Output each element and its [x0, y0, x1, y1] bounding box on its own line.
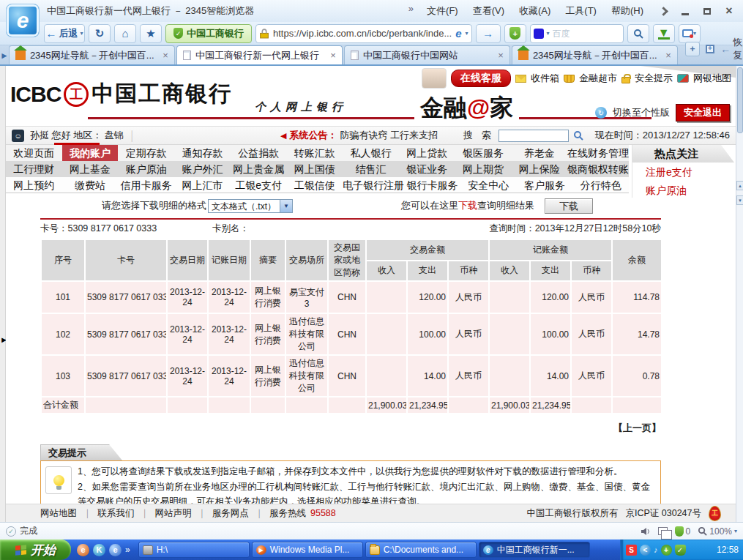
ie-engine-icon[interactable]: e	[455, 27, 461, 40]
tab-close-icon[interactable]: ×	[498, 50, 504, 61]
footer-link-联系我们[interactable]: 联系我们	[97, 508, 134, 518]
tab-3[interactable]: 2345网址导航－开创中国百...×	[512, 45, 678, 64]
nav-item-在线财务管理[interactable]: 在线财务管理	[567, 145, 629, 161]
back-dropdown-icon[interactable]: ▾	[80, 30, 83, 37]
refresh-button[interactable]: ↻	[89, 24, 111, 43]
tray-sogou-icon[interactable]: S	[626, 545, 637, 556]
nav-item-工银e支付[interactable]: 工银e支付	[231, 177, 287, 193]
minimize-button[interactable]	[676, 4, 695, 18]
hot-link-0[interactable]: 注册e支付	[632, 163, 734, 181]
bank-map-link[interactable]: 网银地图	[693, 72, 731, 85]
footer-link-网站地图[interactable]: 网站地图	[40, 508, 77, 518]
quicklaunch-k-icon[interactable]: K	[93, 544, 105, 556]
safety-tip-link[interactable]: 安全提示	[635, 72, 673, 85]
browser-logo-icon[interactable]: e	[6, 4, 40, 37]
mute-icon[interactable]	[641, 527, 651, 536]
nav-item-我的账户[interactable]: 我的账户	[62, 145, 119, 161]
tab-list-icon[interactable]	[706, 45, 714, 53]
site-search-input[interactable]	[499, 130, 569, 142]
nav-item-银证业务[interactable]: 银证业务	[399, 161, 455, 177]
close-button[interactable]: ×	[720, 4, 739, 18]
footer-link-服务网点[interactable]: 服务网点	[212, 508, 249, 518]
menu-item-3[interactable]: 工具(T)	[559, 3, 602, 19]
nav-item-结售汇[interactable]: 结售汇	[343, 161, 399, 177]
restore-tab-button[interactable]: ← 恢复	[720, 36, 743, 62]
start-button[interactable]: 开始	[0, 540, 71, 560]
zoom-dropdown-icon[interactable]: ▾	[734, 528, 737, 534]
home-button[interactable]: ⌂	[114, 24, 136, 43]
menu-overflow-icon[interactable]: »	[408, 3, 414, 19]
download-manager-button[interactable]: ▼	[653, 24, 675, 43]
logout-button[interactable]: 安全退出	[676, 104, 730, 122]
nav-item-银医服务[interactable]: 银医服务	[455, 145, 512, 161]
new-tab-button[interactable]: +	[685, 42, 700, 56]
nav-item-通知存款[interactable]: 通知存款	[174, 145, 231, 161]
tray-back-icon[interactable]: <	[640, 545, 651, 556]
sidebar-collapse-strip[interactable]: ►	[0, 66, 6, 522]
address-bar[interactable]: https://vip.icbc.com.cn/icbc/perbank/ind…	[255, 24, 472, 43]
taskbar-window-0[interactable]: H:\	[138, 542, 250, 558]
nav-item-银行卡服务[interactable]: 银行卡服务	[404, 177, 460, 193]
site-identity-badge[interactable]: ✓ 中国工商银行	[165, 24, 252, 43]
nav-item-私人银行[interactable]: 私人银行	[343, 145, 399, 161]
nav-item-缴费站[interactable]: 缴费站	[62, 177, 119, 193]
tray-health-icon[interactable]: +	[661, 545, 672, 556]
vertical-scrollbar[interactable]: ▲ ▼	[736, 66, 743, 522]
restore-window-button[interactable]	[698, 4, 717, 18]
quicklaunch-e-icon[interactable]: e	[109, 544, 122, 556]
icp-badge-icon[interactable]: 工	[709, 506, 721, 521]
prev-page-link[interactable]: 【上一页】	[40, 422, 661, 435]
tab-2[interactable]: 中国工商银行中国网站×	[344, 45, 510, 64]
select-caret-icon[interactable]: ▼	[280, 200, 292, 212]
taskbar-window-1[interactable]: ▶Windows Media Pl...	[252, 542, 363, 558]
menu-item-1[interactable]: 查看(V)	[467, 3, 510, 19]
menu-item-2[interactable]: 收藏(A)	[513, 3, 556, 19]
nav-item-信用卡服务[interactable]: 信用卡服务	[118, 177, 174, 193]
nav-item-公益捐款[interactable]: 公益捐款	[231, 145, 287, 161]
nav-item-网上预约[interactable]: 网上预约	[6, 177, 62, 193]
menu-item-4[interactable]: 帮助(H)	[605, 3, 649, 19]
tab-close-icon[interactable]: ×	[665, 50, 671, 61]
frames-icon[interactable]	[658, 527, 668, 535]
download-button[interactable]: 下载	[545, 198, 593, 214]
nav-item-网上国债[interactable]: 网上国债	[287, 161, 343, 177]
nav-item-网上基金[interactable]: 网上基金	[62, 161, 119, 177]
finance-mall-link[interactable]: 金融超市	[579, 72, 617, 85]
nav-item-欢迎页面[interactable]: 欢迎页面	[6, 145, 62, 161]
search-go-button[interactable]	[627, 24, 649, 43]
quicklaunch-more-icon[interactable]: »	[125, 545, 130, 555]
nav-item-工行理财[interactable]: 工行理财	[6, 161, 62, 177]
tab-1[interactable]: 中国工商银行新一代网上银行×	[176, 45, 343, 64]
nav-item-账户原油[interactable]: 账户原油	[118, 161, 174, 177]
quicklaunch-ie-icon[interactable]: e	[77, 544, 89, 556]
nav-item-网上贷款[interactable]: 网上贷款	[399, 145, 455, 161]
nav-item-转账汇款[interactable]: 转账汇款	[287, 145, 343, 161]
web-search-box[interactable]: ▾	[530, 24, 624, 43]
nav-item-网上期货[interactable]: 网上期货	[455, 161, 512, 177]
security-add-button[interactable]: +	[504, 24, 526, 43]
nav-item-定期存款[interactable]: 定期存款	[118, 145, 174, 161]
scroll-down-button[interactable]: ▼	[736, 195, 743, 205]
url-dropdown-icon[interactable]: ▾	[466, 30, 468, 37]
nav-item-网上保险[interactable]: 网上保险	[511, 161, 567, 177]
tab-0[interactable]: 2345网址导航－开创中国百...×	[9, 45, 175, 64]
tab-close-icon[interactable]: ×	[330, 50, 336, 61]
format-select[interactable]: 文本格式（.txt） ▼	[208, 199, 293, 213]
tray-shield-icon[interactable]: ✓	[675, 545, 686, 556]
notice-text[interactable]: 防骗有诀窍 工行来支招	[340, 129, 438, 142]
taskbar-window-3[interactable]: e中国工商银行新一...	[479, 542, 590, 558]
search-engine-dropdown-icon[interactable]: ▾	[547, 30, 550, 37]
favorites-button[interactable]: ★	[140, 24, 162, 43]
online-service-button[interactable]: 在线客服	[451, 70, 511, 87]
tab-close-icon[interactable]: ×	[163, 50, 168, 61]
site-search-icon[interactable]	[573, 130, 583, 141]
switch-version-link[interactable]: 切换至个性版	[613, 106, 670, 119]
nav-item-客户服务[interactable]: 客户服务	[517, 177, 573, 193]
pin-button[interactable]	[654, 4, 673, 18]
scrollbar-thumb[interactable]	[737, 67, 743, 133]
nav-item-安全中心[interactable]: 安全中心	[460, 177, 517, 193]
menu-item-0[interactable]: 文件(F)	[421, 3, 464, 19]
web-search-input[interactable]	[553, 29, 604, 39]
nav-item-分行特色[interactable]: 分行特色	[572, 177, 629, 193]
forward-button[interactable]: →	[476, 24, 501, 43]
